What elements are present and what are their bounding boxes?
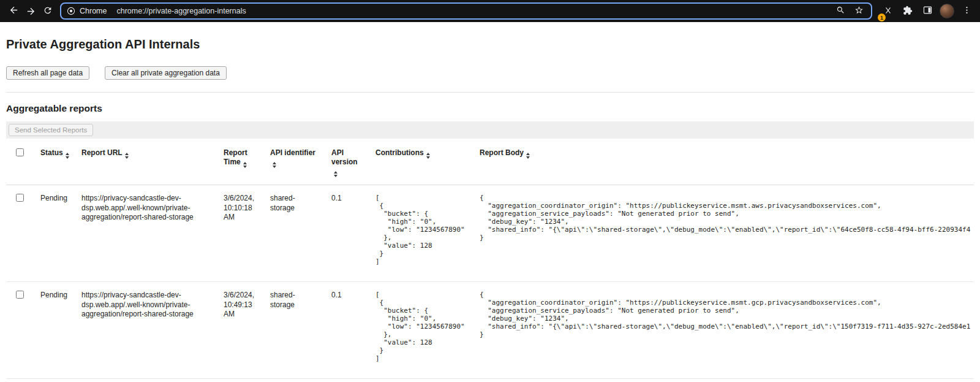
sort-icon bbox=[243, 162, 247, 168]
profile-avatar bbox=[940, 4, 954, 18]
sort-icon bbox=[66, 153, 69, 159]
report-time-cell: 3/6/2024, 10:10:18 AM bbox=[217, 185, 264, 282]
sort-icon bbox=[526, 153, 530, 159]
omnibox-url: chrome://private-aggregation-internals bbox=[116, 7, 833, 15]
contributions-json: [ { "bucket": { "high": "0", "low": "123… bbox=[375, 194, 467, 265]
clear-all-button[interactable]: Clear all private aggregation data bbox=[105, 66, 227, 80]
sort-icon bbox=[273, 162, 276, 168]
side-panel-icon bbox=[922, 5, 933, 17]
refresh-all-button[interactable]: Refresh all page data bbox=[6, 66, 89, 80]
browser-menu-button[interactable] bbox=[958, 2, 975, 20]
bookmark-button[interactable] bbox=[851, 4, 866, 18]
omnibox[interactable]: Chrome chrome://private-aggregation-inte… bbox=[60, 2, 872, 20]
report-body-cell: { "aggregation_coordinator_origin": "htt… bbox=[473, 185, 974, 282]
contributions-cell: [ { "bucket": { "high": "0", "low": "123… bbox=[369, 185, 473, 282]
header-api-version[interactable]: API version bbox=[325, 139, 369, 185]
pinned-extension-icon bbox=[884, 6, 892, 17]
extensions-button[interactable] bbox=[899, 2, 916, 20]
api-identifier-cell: shared-storage bbox=[264, 185, 325, 282]
search-icon bbox=[836, 6, 845, 17]
notification-badge: 1 bbox=[878, 13, 886, 21]
forward-button[interactable] bbox=[22, 2, 39, 20]
row-select-cell bbox=[6, 282, 34, 379]
table-header-row: Status Report URL Report Time API identi… bbox=[6, 139, 974, 185]
table-row: Pending https://privacy-sandcastle-dev-d… bbox=[6, 185, 974, 282]
sort-icon bbox=[125, 153, 129, 159]
report-url-cell: https://privacy-sandcastle-dev-dsp.web.a… bbox=[75, 282, 217, 379]
back-icon bbox=[9, 5, 19, 17]
contributions-cell: [ { "bucket": { "high": "0", "low": "123… bbox=[369, 282, 473, 379]
sort-icon bbox=[426, 153, 430, 159]
header-status[interactable]: Status bbox=[34, 139, 75, 185]
header-report-body[interactable]: Report Body bbox=[473, 139, 974, 185]
reload-button[interactable] bbox=[39, 2, 56, 20]
pinned-extension-button[interactable]: 1 bbox=[880, 2, 897, 20]
report-url-cell: https://privacy-sandcastle-dev-dsp.web.a… bbox=[75, 185, 217, 282]
search-button[interactable] bbox=[833, 4, 848, 18]
section-divider bbox=[6, 92, 974, 93]
contributions-json: [ { "bucket": { "high": "0", "low": "123… bbox=[375, 291, 467, 362]
report-body-cell: { "aggregation_coordinator_origin": "htt… bbox=[473, 282, 974, 379]
table-row: Pending https://privacy-sandcastle-dev-d… bbox=[6, 282, 974, 379]
api-identifier-cell: shared-storage bbox=[264, 282, 325, 379]
forward-icon bbox=[26, 6, 36, 17]
select-all-checkbox[interactable] bbox=[16, 148, 24, 156]
status-cell: Pending bbox=[34, 185, 75, 282]
send-selected-reports-button[interactable]: Send Selected Reports bbox=[9, 124, 93, 136]
row-select-checkbox[interactable] bbox=[16, 194, 24, 202]
profile-button[interactable] bbox=[938, 2, 956, 20]
sort-icon bbox=[334, 171, 337, 177]
status-cell: Pending bbox=[34, 282, 75, 379]
report-body-json: { "aggregation_coordinator_origin": "htt… bbox=[480, 291, 968, 338]
chrome-logo-icon bbox=[66, 6, 76, 16]
side-panel-button[interactable] bbox=[919, 2, 936, 20]
row-select-cell bbox=[6, 185, 34, 282]
report-time-cell: 3/6/2024, 10:49:13 AM bbox=[217, 282, 264, 379]
page-actions: Refresh all page data Clear all private … bbox=[6, 66, 974, 80]
reports-table: Status Report URL Report Time API identi… bbox=[6, 139, 974, 379]
row-select-checkbox[interactable] bbox=[16, 291, 24, 299]
header-contributions[interactable]: Contributions bbox=[369, 139, 473, 185]
puzzle-piece-icon bbox=[903, 6, 913, 17]
header-report-time[interactable]: Report Time bbox=[217, 139, 264, 185]
send-reports-bar: Send Selected Reports bbox=[6, 121, 974, 139]
back-button[interactable] bbox=[5, 2, 22, 20]
api-version-cell: 0.1 bbox=[325, 185, 369, 282]
bookmark-star-icon bbox=[854, 6, 864, 17]
header-select-all bbox=[6, 139, 34, 185]
kebab-menu-icon bbox=[962, 6, 971, 17]
header-api-identifier[interactable]: API identifier bbox=[264, 139, 325, 185]
reload-icon bbox=[43, 6, 53, 17]
omnibox-chrome-label: Chrome bbox=[80, 7, 107, 15]
section-title: Aggregatable reports bbox=[6, 102, 974, 114]
report-body-json: { "aggregation_coordinator_origin": "htt… bbox=[480, 194, 968, 242]
api-version-cell: 0.1 bbox=[325, 282, 369, 379]
page-content: Private Aggregation API Internals Refres… bbox=[0, 37, 980, 379]
page-title: Private Aggregation API Internals bbox=[6, 37, 974, 52]
browser-toolbar: Chrome chrome://private-aggregation-inte… bbox=[0, 0, 980, 22]
header-report-url[interactable]: Report URL bbox=[75, 139, 217, 185]
